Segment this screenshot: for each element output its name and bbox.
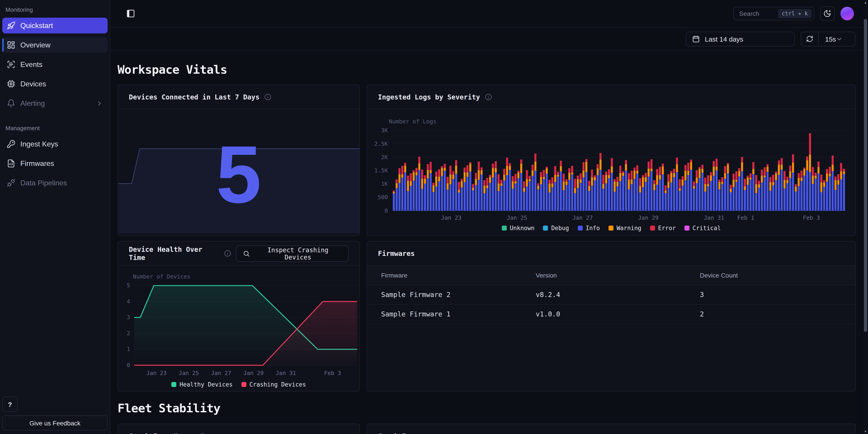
legend-swatch xyxy=(684,225,689,230)
svg-text:3: 3 xyxy=(127,314,130,320)
crash-reasons-card: Crash Reasons xyxy=(367,424,856,434)
rocket-icon xyxy=(7,21,16,30)
refresh-button[interactable] xyxy=(801,32,819,46)
crash-free-hours-card: Crash Free Hours xyxy=(118,424,360,434)
user-avatar[interactable] xyxy=(840,7,854,20)
svg-text:Feb 3: Feb 3 xyxy=(803,215,820,221)
table-row[interactable]: Sample Firmware 1 v1.0.0 2 xyxy=(367,305,855,324)
legend-label: Healthy Devices xyxy=(180,381,232,388)
bell-icon xyxy=(7,99,16,107)
sidebar: Monitoring Quickstart Overview Events xyxy=(0,0,110,434)
sidebar-item-label: Firmwares xyxy=(20,159,54,167)
scrollbar-thumb[interactable] xyxy=(864,19,867,332)
svg-text:Number of Logs: Number of Logs xyxy=(389,118,436,125)
app-window: Monitoring Quickstart Overview Events xyxy=(0,0,868,434)
info-icon[interactable] xyxy=(224,250,231,257)
legend-item: Debug xyxy=(543,225,569,231)
info-icon[interactable] xyxy=(485,93,492,101)
device-health-legend: Healthy DevicesCrashing Devices xyxy=(118,381,360,388)
legend-label: Critical xyxy=(692,225,721,231)
svg-text:2.5K: 2.5K xyxy=(374,141,388,147)
svg-text:Jan 25: Jan 25 xyxy=(179,370,199,376)
table-row[interactable]: Sample Firmware 2 v8.2.4 3 xyxy=(367,285,855,305)
refresh-interval-value: 15s xyxy=(825,35,836,43)
firmwares-table-header: Firmware Version Device Count xyxy=(367,266,855,285)
svg-text:Jan 23: Jan 23 xyxy=(441,215,461,221)
card-header: Ingested Logs by Severity xyxy=(367,85,855,110)
card-title: Device Health Over Time xyxy=(129,245,219,261)
page-scrollbar[interactable]: ▲ ▼ xyxy=(863,0,868,434)
help-button[interactable]: ? xyxy=(2,397,18,412)
moon-star-icon xyxy=(823,9,831,18)
firmware-version: v8.2.4 xyxy=(536,291,700,299)
svg-text:Feb 1: Feb 1 xyxy=(737,215,754,221)
search-input[interactable]: Search ctrl + k xyxy=(733,7,814,20)
scroll-up-arrow-icon[interactable]: ▲ xyxy=(863,1,868,4)
key-icon xyxy=(7,140,16,148)
sidebar-item-firmwares[interactable]: Firmwares xyxy=(2,156,107,171)
svg-text:Jan 25: Jan 25 xyxy=(507,215,527,221)
card-header: Crash Reasons xyxy=(367,424,855,434)
sidebar-item-overview[interactable]: Overview xyxy=(2,37,107,53)
sidebar-item-label: Events xyxy=(20,60,42,68)
sidebar-item-ingest-keys[interactable]: Ingest Keys xyxy=(2,136,107,152)
svg-text:4: 4 xyxy=(127,298,130,305)
svg-text:5: 5 xyxy=(127,282,130,289)
devices-connected-card: Devices Connected in Last 7 Days 5 xyxy=(118,85,360,236)
date-range-label: Last 14 days xyxy=(705,35,743,43)
device-health-line-chart-svg: Number of Devices543210Jan 23Jan 25Jan 2… xyxy=(118,266,360,391)
svg-text:Number of Devices: Number of Devices xyxy=(133,273,191,280)
event-list-icon xyxy=(7,60,16,69)
sidebar-item-label: Overview xyxy=(20,41,51,49)
inspect-crashing-devices-button[interactable]: Inspect Crashing Devices xyxy=(236,245,348,261)
firmware-device-count: 2 xyxy=(700,310,855,318)
sidebar-toggle-button[interactable] xyxy=(123,6,138,21)
filter-toolbar: Last 14 days 15s xyxy=(110,28,863,51)
calendar-icon xyxy=(692,35,700,43)
date-range-button[interactable]: Last 14 days xyxy=(686,31,795,46)
ingested-logs-card: Ingested Logs by Severity Number of Logs… xyxy=(367,85,856,236)
legend-label: Debug xyxy=(551,225,569,231)
sidebar-item-data-pipelines[interactable]: Data Pipelines xyxy=(2,175,107,191)
legend-item: Critical xyxy=(684,225,721,231)
sidebar-section-management-label: Management xyxy=(5,125,104,131)
severity-legend: UnknownDebugInfoWarningErrorCritical xyxy=(367,225,855,231)
theme-toggle-button[interactable] xyxy=(820,6,835,21)
card-header: Device Health Over Time Inspect Crashing… xyxy=(118,241,360,266)
info-icon[interactable] xyxy=(264,93,272,101)
legend-label: Info xyxy=(586,225,600,231)
sidebar-item-events[interactable]: Events xyxy=(2,57,107,72)
firmwares-card: Firmwares Firmware Version Device Count … xyxy=(367,241,856,392)
refresh-interval-select[interactable]: 15s xyxy=(819,32,855,46)
main-content: Workspace Vitals Devices Connected in La… xyxy=(110,51,863,434)
severity-chart: Number of Logs3K2.5K2K1.5K1K5000Jan 23Ja… xyxy=(367,110,855,236)
card-title: Crash Free Hours xyxy=(129,432,194,434)
legend-swatch xyxy=(502,225,506,230)
sidebar-item-devices[interactable]: Devices xyxy=(2,76,107,92)
column-header-device-count: Device Count xyxy=(700,272,855,279)
svg-text:Jan 31: Jan 31 xyxy=(704,215,724,221)
file-code-icon xyxy=(7,159,16,168)
legend-swatch xyxy=(171,382,176,387)
sidebar-item-label: Ingest Keys xyxy=(20,140,58,148)
scroll-down-arrow-icon[interactable]: ▼ xyxy=(863,430,868,433)
chip-icon xyxy=(7,80,16,88)
sidebar-item-alerting[interactable]: Alerting xyxy=(2,95,107,111)
device-health-chart: Number of Devices543210Jan 23Jan 25Jan 2… xyxy=(118,266,360,391)
sidebar-section-monitoring-label: Monitoring xyxy=(5,6,104,13)
top-bar: Search ctrl + k xyxy=(110,0,863,28)
info-icon[interactable] xyxy=(199,432,206,434)
legend-item: Error xyxy=(650,225,676,231)
chevron-right-icon xyxy=(96,100,103,107)
svg-text:Jan 23: Jan 23 xyxy=(146,370,166,376)
device-health-card: Device Health Over Time Inspect Crashing… xyxy=(118,241,360,392)
chevron-down-icon xyxy=(836,35,843,42)
search-placeholder: Search xyxy=(739,10,759,17)
legend-label: Error xyxy=(658,225,676,231)
sidebar-item-quickstart[interactable]: Quickstart xyxy=(2,18,107,33)
feedback-button[interactable]: Give us Feedback xyxy=(2,415,107,430)
svg-text:Jan 27: Jan 27 xyxy=(211,370,231,376)
inspect-button-label: Inspect Crashing Devices xyxy=(254,246,342,260)
card-title: Firmwares xyxy=(378,249,415,257)
legend-item: Warning xyxy=(609,225,642,231)
